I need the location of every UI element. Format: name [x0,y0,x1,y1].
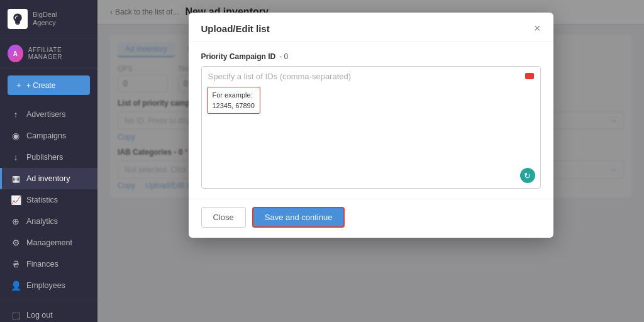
textarea-wrapper: Specify a list of IDs (comma-separated) … [201,66,541,189]
field-value: - 0 [279,52,288,61]
campaigns-icon: ◉ [11,131,21,141]
sidebar-item-label: Management [26,238,72,247]
create-button[interactable]: ＋ + Create [8,75,90,95]
modal-footer: Close Save and continue [189,199,553,238]
sidebar-item-label: Ad inventory [26,174,70,183]
sidebar-item-statistics[interactable]: 📈 Statistics [0,189,97,211]
sidebar-item-label: Statistics [26,196,58,204]
sidebar-item-label: Finances [26,260,58,269]
sidebar-item-management[interactable]: ⚙ Management [0,232,97,253]
plus-icon: ＋ [15,80,23,91]
statistics-icon: 📈 [11,195,21,205]
sidebar-item-label: Advertisers [26,110,66,119]
sidebar-nav: ↑ Advertisers ◉ Campaigns ↓ Publishers ▦… [0,101,97,299]
sidebar-item-finances[interactable]: ₴ Finances [0,253,97,275]
sidebar: BigDeal Agency A AFFILIATE MANAGER ＋ + C… [0,0,97,322]
sidebar-item-label: Employees [26,281,65,290]
create-label: + Create [26,81,55,90]
modal-close-button[interactable]: × [534,23,541,34]
publishers-icon: ↓ [11,152,21,162]
sidebar-item-label: Publishers [26,153,63,162]
ad-inventory-icon: ▦ [11,174,21,184]
ids-textarea[interactable] [202,67,540,186]
logo-text: BigDeal Agency [33,11,57,27]
sidebar-item-analytics[interactable]: ⊕ Analytics [0,211,97,232]
employees-icon: 👤 [11,280,21,291]
affiliate-label: AFFILIATE MANAGER [28,47,90,60]
avatar: A [8,45,23,62]
modal-header: Upload/Edit list × [189,13,553,42]
sidebar-bottom: ⬚ Log out [0,299,97,322]
sidebar-item-advertisers[interactable]: ↑ Advertisers [0,104,97,125]
advertisers-icon: ↑ [11,109,21,119]
refresh-icon[interactable]: ↻ [520,168,535,183]
modal-body: Priority Campaign ID - 0 Specify a list … [189,42,553,199]
logout-icon: ⬚ [11,310,21,320]
logout-item[interactable]: ⬚ Log out [0,304,97,322]
sidebar-item-label: Analytics [26,217,58,226]
main-content: ‹ Back to the list of... New ad inventor… [97,0,644,322]
management-icon: ⚙ [11,238,21,248]
modal-title: Upload/Edit list [201,23,270,34]
modal-dialog: Upload/Edit list × Priority Campaign ID … [189,13,553,238]
save-continue-button[interactable]: Save and continue [252,207,345,228]
modal-backdrop: Upload/Edit list × Priority Campaign ID … [97,0,644,322]
close-button[interactable]: Close [201,207,246,228]
logout-label: Log out [26,311,53,319]
sidebar-item-campaigns[interactable]: ◉ Campaigns [0,125,97,147]
sidebar-item-employees[interactable]: 👤 Employees [0,275,97,296]
sidebar-item-publishers[interactable]: ↓ Publishers [0,147,97,168]
sidebar-logo: BigDeal Agency [0,0,97,38]
sidebar-item-ad-inventory[interactable]: ▦ Ad inventory [0,168,97,189]
analytics-icon: ⊕ [11,216,21,226]
finances-icon: ₴ [11,259,21,269]
red-indicator [525,73,534,79]
field-label-text: Priority Campaign ID [201,52,276,61]
affiliate-section: A AFFILIATE MANAGER [0,38,97,69]
field-label: Priority Campaign ID - 0 [201,52,541,61]
sidebar-item-label: Campaigns [26,131,66,140]
logo-icon [8,9,28,29]
